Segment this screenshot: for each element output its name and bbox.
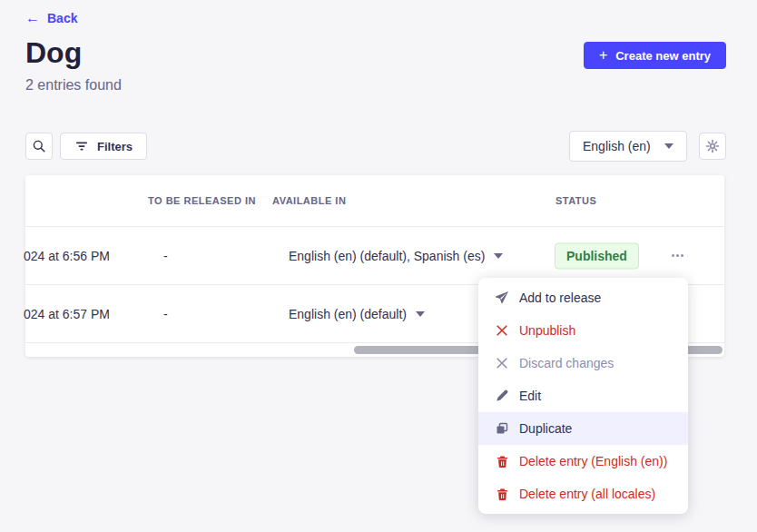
filters-button[interactable]: Filters — [60, 133, 147, 160]
menu-item-unpublish[interactable]: Unpublish — [478, 314, 688, 347]
chevron-down-icon — [664, 143, 673, 149]
row-actions-button[interactable] — [665, 244, 689, 268]
content-manager-page: ← Back Dog 2 entries found + Create new … — [0, 0, 757, 532]
settings-button[interactable] — [699, 133, 726, 160]
available-in-cell[interactable]: English (en) (default), Spanish (es) — [289, 249, 503, 263]
entries-count: 2 entries found — [25, 77, 122, 94]
locale-selector-value: English (en) — [583, 139, 651, 153]
search-button[interactable] — [25, 133, 53, 160]
available-in-value: English (en) (default), Spanish (es) — [289, 249, 485, 263]
menu-item-duplicate[interactable]: Duplicate — [478, 412, 688, 445]
column-header-status[interactable]: STATUS — [555, 195, 596, 206]
menu-item-label: Discard changes — [519, 356, 614, 370]
paper-plane-icon — [495, 291, 509, 305]
to-be-released-cell: - — [163, 249, 168, 263]
menu-item-delete-entry-all[interactable]: Delete entry (all locales) — [478, 478, 688, 510]
updated-date-cell: 024 at 6:57 PM — [24, 307, 110, 321]
trash-icon — [495, 487, 509, 501]
trash-icon — [495, 454, 509, 468]
table-header-row: TO BE RELEASED IN AVAILABLE IN STATUS — [25, 175, 724, 227]
chevron-down-icon — [494, 253, 503, 259]
pencil-icon — [495, 389, 509, 403]
menu-item-label: Add to release — [519, 291, 601, 305]
table-row[interactable]: 024 at 6:56 PM - English (en) (default),… — [25, 227, 724, 285]
back-label: Back — [47, 11, 77, 25]
cross-icon — [495, 323, 509, 338]
gear-icon — [705, 139, 720, 153]
available-in-cell[interactable]: English (en) (default) — [289, 307, 425, 321]
column-header-to-be-released-in[interactable]: TO BE RELEASED IN — [148, 195, 256, 206]
filter-icon — [74, 139, 89, 153]
chevron-down-icon — [416, 311, 425, 317]
menu-item-label: Edit — [519, 389, 541, 403]
to-be-released-cell: - — [163, 307, 168, 321]
create-new-entry-button[interactable]: + Create new entry — [584, 42, 726, 69]
filters-label: Filters — [97, 140, 133, 153]
menu-item-label: Duplicate — [519, 421, 572, 436]
menu-item-add-to-release[interactable]: Add to release — [478, 281, 688, 314]
cross-icon — [495, 356, 509, 370]
back-link[interactable]: ← Back — [25, 11, 77, 25]
plus-icon: + — [599, 48, 607, 63]
menu-item-discard-changes[interactable]: Discard changes — [478, 347, 688, 379]
updated-date-cell: 024 at 6:56 PM — [24, 249, 110, 263]
menu-item-label: Delete entry (English (en)) — [519, 454, 667, 468]
menu-item-label: Delete entry (all locales) — [519, 487, 655, 501]
column-header-available-in[interactable]: AVAILABLE IN — [272, 195, 346, 206]
menu-item-delete-entry-locale[interactable]: Delete entry (English (en)) — [478, 445, 688, 478]
duplicate-icon — [495, 421, 509, 436]
create-new-entry-label: Create new entry — [615, 49, 711, 63]
status-badge: Published — [555, 242, 639, 269]
menu-item-label: Unpublish — [519, 323, 575, 338]
menu-item-edit[interactable]: Edit — [478, 379, 688, 412]
row-actions-menu: Add to release Unpublish Discard changes… — [478, 278, 688, 514]
locale-selector[interactable]: English (en) — [569, 131, 687, 162]
back-arrow-icon: ← — [25, 11, 40, 25]
page-title: Dog — [25, 36, 82, 70]
search-icon — [32, 139, 46, 153]
available-in-value: English (en) (default) — [289, 307, 407, 321]
